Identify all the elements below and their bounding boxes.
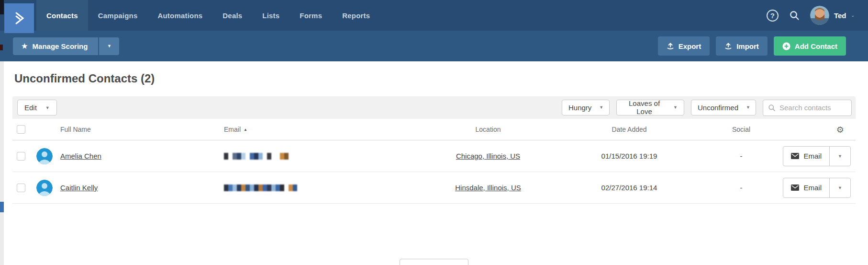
- contact-avatar-icon: [36, 148, 53, 164]
- import-arrow-icon: [724, 42, 732, 50]
- user-avatar: [810, 6, 829, 25]
- screen-edge-artifact: [0, 202, 4, 212]
- chevron-down-icon: ▼: [838, 154, 842, 159]
- search-icon: [768, 104, 776, 112]
- add-contact-label: Add Contact: [795, 42, 837, 50]
- email-button[interactable]: Email: [783, 178, 829, 197]
- chevron-down-icon: ⌄: [851, 13, 855, 18]
- column-header-location[interactable]: Location: [476, 126, 501, 133]
- chevron-down-icon: ▼: [746, 105, 750, 110]
- date-added-value: 01/15/2016 19:19: [601, 152, 657, 160]
- redacted-email: [224, 152, 289, 160]
- contacts-toolbar: ★ Manage Scoring ▼ Export Import Add Con…: [0, 31, 868, 61]
- contacts-panel: Edit ▼ Hungry ▼ Loaves of Love ▼ Unconfi…: [12, 96, 856, 204]
- nav-tab-lists[interactable]: Lists: [252, 0, 289, 31]
- add-contact-button[interactable]: Add Contact: [774, 36, 846, 56]
- status-filter-value: Unconfirmed: [698, 104, 738, 112]
- email-split-button: Email ▼: [783, 146, 851, 166]
- redacted-email: [224, 184, 297, 191]
- nav-tab-automations[interactable]: Automations: [147, 0, 212, 31]
- chevron-down-icon: ▼: [838, 185, 842, 190]
- status-filter-dropdown[interactable]: Unconfirmed ▼: [691, 100, 756, 115]
- column-header-email[interactable]: Email: [224, 126, 241, 133]
- nav-right-group: ? Ted ⌄: [767, 0, 868, 31]
- email-button[interactable]: Email: [783, 147, 829, 166]
- export-button[interactable]: Export: [658, 36, 710, 56]
- manage-scoring-dropdown-button[interactable]: ▼: [99, 37, 119, 55]
- nav-tab-contacts[interactable]: Contacts: [36, 0, 88, 31]
- tag-filter-value: Hungry: [568, 104, 591, 112]
- search-contacts-input[interactable]: [779, 104, 842, 112]
- user-menu[interactable]: Ted ⌄: [810, 6, 855, 25]
- contact-name-link[interactable]: Caitlin Kelly: [60, 184, 98, 192]
- filter-right-group: Hungry ▼ Loaves of Love ▼ Unconfirmed ▼: [562, 100, 852, 116]
- main-content: Unconfirmed Contacts (2) Edit ▼ Hungry ▼…: [0, 61, 868, 265]
- column-header-full-name[interactable]: Full Name: [60, 126, 91, 133]
- email-dropdown-button[interactable]: ▼: [829, 147, 850, 166]
- toolbar-right-group: Export Import Add Contact: [658, 36, 846, 56]
- manage-scoring-button[interactable]: ★ Manage Scoring: [13, 37, 98, 55]
- manage-scoring-label: Manage Scoring: [33, 42, 88, 50]
- user-name: Ted: [834, 12, 846, 20]
- contact-name-link[interactable]: Amelia Chen: [60, 152, 101, 160]
- envelope-icon: [791, 153, 799, 159]
- chevron-down-icon: ▼: [673, 105, 678, 110]
- edit-dropdown-button[interactable]: Edit ▼: [17, 100, 57, 115]
- export-arrow-icon: [667, 42, 674, 50]
- nav-tab-campaigns[interactable]: Campaigns: [88, 0, 148, 31]
- nav-tab-forms[interactable]: Forms: [289, 0, 332, 31]
- date-added-value: 02/27/2016 19:14: [601, 184, 657, 192]
- contact-row: Caitlin Kelly Hinsdale, Illinois, US 02/…: [12, 172, 856, 204]
- manage-scoring-split-button: ★ Manage Scoring ▼: [13, 37, 119, 55]
- filter-bar: Edit ▼ Hungry ▼ Loaves of Love ▼ Unconfi…: [12, 96, 856, 119]
- per-page-value: 20 per page: [408, 263, 447, 265]
- social-value: -: [740, 184, 743, 192]
- app-logo[interactable]: [4, 3, 34, 33]
- edit-label: Edit: [24, 104, 37, 112]
- envelope-icon: [791, 184, 799, 191]
- contact-location-link[interactable]: Hinsdale, Illinois, US: [455, 184, 521, 192]
- primary-nav: Contacts Campaigns Automations Deals Lis…: [36, 0, 380, 31]
- help-icon[interactable]: ?: [767, 10, 779, 22]
- gear-icon[interactable]: ⚙: [836, 125, 844, 135]
- sort-ascending-icon: ▲: [244, 127, 247, 132]
- star-icon: ★: [22, 42, 28, 50]
- pagination: 20 per page ▼: [12, 259, 856, 265]
- row-checkbox[interactable]: [17, 152, 25, 161]
- table-header-row: Full Name Email ▲ Location Date Added So…: [12, 119, 856, 140]
- email-split-button: Email ▼: [783, 178, 851, 198]
- nav-tab-deals[interactable]: Deals: [212, 0, 252, 31]
- export-label: Export: [679, 42, 701, 50]
- screen-edge-gutter: [0, 61, 4, 265]
- import-button[interactable]: Import: [716, 36, 768, 56]
- import-label: Import: [736, 42, 759, 50]
- list-filter-dropdown[interactable]: Loaves of Love ▼: [616, 100, 684, 115]
- contact-avatar-icon: [36, 180, 53, 196]
- select-all-checkbox[interactable]: [17, 125, 25, 134]
- double-chevron-icon: [11, 10, 28, 27]
- email-button-label: Email: [803, 152, 822, 160]
- email-button-label: Email: [803, 184, 822, 192]
- column-header-date-added[interactable]: Date Added: [612, 126, 646, 133]
- page-title: Unconfirmed Contacts (2): [14, 72, 868, 85]
- per-page-dropdown[interactable]: 20 per page ▼: [400, 259, 468, 265]
- contact-row: Amelia Chen Chicago, Illinois, US 01/15/…: [12, 140, 856, 172]
- chevron-down-icon: ▼: [45, 105, 50, 110]
- nav-tab-reports[interactable]: Reports: [332, 0, 380, 31]
- contact-location-link[interactable]: Chicago, Illinois, US: [456, 152, 520, 160]
- contact-search-field: [763, 100, 852, 116]
- tag-filter-dropdown[interactable]: Hungry ▼: [562, 100, 610, 115]
- social-value: -: [740, 152, 743, 160]
- list-filter-value: Loaves of Love: [623, 99, 666, 115]
- plus-circle-icon: [782, 42, 790, 50]
- row-checkbox[interactable]: [17, 184, 25, 192]
- screen-edge-artifact: [0, 45, 3, 50]
- search-icon[interactable]: [789, 10, 800, 21]
- chevron-down-icon: ▼: [599, 105, 603, 110]
- top-navbar: Contacts Campaigns Automations Deals Lis…: [0, 0, 868, 31]
- column-header-social[interactable]: Social: [732, 126, 750, 133]
- email-dropdown-button[interactable]: ▼: [829, 178, 850, 197]
- screen-edge-artifact: [0, 0, 4, 14]
